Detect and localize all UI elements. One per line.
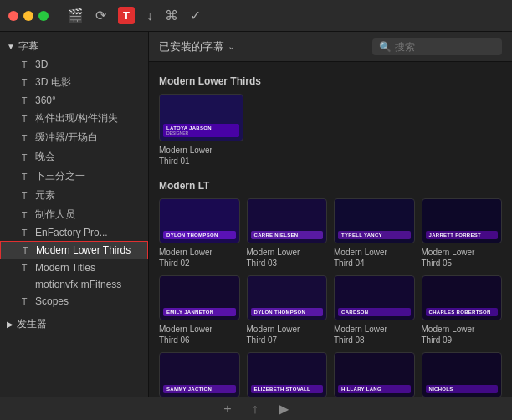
text-icon: T: [18, 228, 30, 238]
section-arrow: ▼: [7, 42, 15, 51]
thumb-item-13[interactable]: NICHOLS Modern LowerThird 13: [422, 352, 503, 397]
sidebar-section-subtitles[interactable]: ▼ 字幕: [0, 37, 148, 56]
download-icon[interactable]: ↓: [146, 8, 153, 23]
thumb-item-05[interactable]: JARRETT FORREST Modern LowerThird 05: [422, 198, 503, 269]
thumb-item-03[interactable]: CARRE NIELSEN Modern LowerThird 03: [247, 198, 328, 269]
sidebar-item-3d[interactable]: T 3D: [0, 56, 148, 73]
thumb-05-name: JARRETT FORREST: [429, 233, 495, 238]
text-tab-icon[interactable]: T: [118, 7, 135, 24]
check-icon[interactable]: ✓: [190, 8, 201, 23]
thumb-04-bar: TYRELL YANCY: [338, 231, 411, 239]
sidebar-item-elements[interactable]: T 元素: [0, 186, 148, 205]
close-button[interactable]: [8, 11, 18, 21]
text-icon: T: [18, 95, 30, 105]
sidebar-item-label: 3D 电影: [35, 75, 71, 90]
fullscreen-button[interactable]: [38, 11, 49, 21]
thumb-07-label: Modern LowerThird 07: [247, 324, 300, 346]
film-icon[interactable]: 🎬: [67, 8, 84, 23]
sidebar-item-label: Modern Lower Thirds: [36, 244, 131, 256]
thumb-03-bar: CARRE NIELSEN: [251, 231, 324, 239]
dropdown-icon[interactable]: ⌄: [228, 41, 235, 52]
sidebar-item-label: 缓冲器/开场白: [35, 131, 98, 145]
thumb-06-bar: EMILY JANNETON: [163, 308, 236, 316]
sidebar: ▼ 字幕 T 3D T 3D 电影 T 360° T 构件出现/构件消失 T 缓…: [0, 32, 149, 397]
thumb-04: TYRELL YANCY: [334, 198, 415, 243]
thumb-09-label: Modern LowerThird 09: [422, 324, 475, 346]
share-button[interactable]: ↑: [252, 402, 259, 417]
thumb-11-name: ELIZEBETH STOVALL: [254, 387, 320, 392]
text-icon: T: [18, 296, 30, 306]
sidebar-item-motionfx[interactable]: motionvfx mFitness: [0, 276, 148, 293]
content-title[interactable]: 已安装的字幕 ⌄: [159, 39, 235, 54]
content-area: 已安装的字幕 ⌄ 🔍 Modern Lower Thirds LATOYA JA…: [149, 32, 512, 397]
section-subtitles-label: 字幕: [18, 39, 38, 54]
sidebar-item-label: EnFactory Pro...: [35, 227, 108, 238]
bottom-bar: + ↑ ▶: [0, 397, 512, 420]
sidebar-item-build[interactable]: T 构件出现/构件消失: [0, 109, 148, 128]
sidebar-item-label: 晚会: [35, 150, 55, 164]
text-icon: T: [18, 191, 30, 201]
thumb-01-label: Modern LowerThird 01: [159, 145, 212, 166]
sidebar-item-modern-lower-thirds[interactable]: T Modern Lower Thirds: [0, 241, 148, 259]
refresh-icon[interactable]: ⟳: [95, 8, 106, 23]
thumb-02-label: Modern LowerThird 02: [159, 247, 212, 269]
sidebar-item-3d-movie[interactable]: T 3D 电影: [0, 73, 148, 92]
thumb-09: CHARLES ROBERTSON: [422, 275, 503, 320]
thumb-item-06[interactable]: EMILY JANNETON Modern LowerThird 06: [159, 275, 240, 346]
thumb-08-label: Modern LowerThird 08: [334, 324, 387, 346]
thumb-item-01[interactable]: LATOYA JABSON DESIGNER Modern LowerThird…: [159, 94, 243, 166]
thumb-04-label: Modern LowerThird 04: [334, 247, 387, 269]
thumb-03-label: Modern LowerThird 03: [247, 247, 300, 269]
sidebar-item-label: 360°: [35, 95, 56, 106]
thumb-07: DYLON THOMPSON: [247, 275, 328, 320]
sidebar-item-bumper[interactable]: T 缓冲器/开场白: [0, 128, 148, 147]
main-layout: ▼ 字幕 T 3D T 3D 电影 T 360° T 构件出现/构件消失 T 缓…: [0, 32, 512, 397]
thumb-item-02[interactable]: DYLON THOMPSON Modern LowerThird 02: [159, 198, 240, 269]
sidebar-item-party[interactable]: T 晚会: [0, 147, 148, 166]
titlebar: 🎬 ⟳ T ↓ ⌘ ✓: [0, 0, 512, 32]
traffic-lights: [8, 11, 49, 21]
thumb-item-10[interactable]: SAMMY JACTION Modern LowerThird 10: [159, 352, 240, 397]
thumb-06: EMILY JANNETON: [159, 275, 240, 320]
search-icon: 🔍: [379, 41, 392, 53]
thumb-item-07[interactable]: DYLON THOMPSON Modern LowerThird 07: [247, 275, 328, 346]
thumb-13: NICHOLS: [422, 352, 503, 397]
thumb-10-name: SAMMY JACTION: [166, 387, 233, 392]
thumb-item-12[interactable]: HILLARY LANG Modern LowerThird 12: [334, 352, 415, 397]
sidebar-section-generator[interactable]: ▶ 发生器: [0, 315, 148, 334]
text-icon: T: [18, 152, 30, 162]
thumb-08-name: CARDSON: [341, 310, 407, 315]
sidebar-item-label: 制作人员: [35, 207, 75, 222]
thumb-07-bar: DYLON THOMPSON: [251, 308, 324, 316]
text-icon: T: [18, 78, 30, 88]
sidebar-item-modern-titles[interactable]: T Modern Titles: [0, 259, 148, 276]
thumb-13-name: NICHOLS: [429, 387, 495, 392]
search-box[interactable]: 🔍: [372, 38, 502, 55]
add-button[interactable]: +: [223, 402, 231, 417]
minimize-button[interactable]: [23, 11, 33, 21]
thumb-02-bar: DYLON THOMPSON: [163, 231, 236, 239]
thumb-item-08[interactable]: CARDSON Modern LowerThird 08: [334, 275, 415, 346]
content-title-text: 已安装的字幕: [159, 39, 224, 54]
key-icon[interactable]: ⌘: [165, 8, 178, 23]
content-header: 已安装的字幕 ⌄ 🔍: [149, 32, 512, 62]
thumb-03-name: CARRE NIELSEN: [254, 233, 320, 238]
sidebar-item-scopes[interactable]: T Scopes: [0, 293, 148, 310]
thumb-11-bar: ELIZEBETH STOVALL: [251, 385, 324, 393]
thumb-item-04[interactable]: TYRELL YANCY Modern LowerThird 04: [334, 198, 415, 269]
thumb-03: CARRE NIELSEN: [247, 198, 328, 243]
thumb-item-11[interactable]: ELIZEBETH STOVALL Modern LowerThird 11: [247, 352, 328, 397]
sidebar-item-enfactory[interactable]: T EnFactory Pro...: [0, 224, 148, 241]
sidebar-item-360[interactable]: T 360°: [0, 92, 148, 109]
thumb-01-sub: DESIGNER: [166, 131, 236, 136]
sidebar-item-lower-third[interactable]: T 下三分之一: [0, 166, 148, 186]
play-button[interactable]: ▶: [279, 401, 289, 417]
thumb-item-09[interactable]: CHARLES ROBERTSON Modern LowerThird 09: [422, 275, 503, 346]
thumb-04-name: TYRELL YANCY: [341, 233, 407, 238]
thumb-05-label: Modern LowerThird 05: [422, 247, 475, 269]
section-label-modern-lt: Modern LT: [159, 180, 502, 192]
sidebar-item-credits[interactable]: T 制作人员: [0, 205, 148, 224]
search-input[interactable]: [395, 41, 495, 53]
sidebar-item-label: 下三分之一: [35, 169, 85, 183]
text-icon: T: [18, 172, 30, 182]
